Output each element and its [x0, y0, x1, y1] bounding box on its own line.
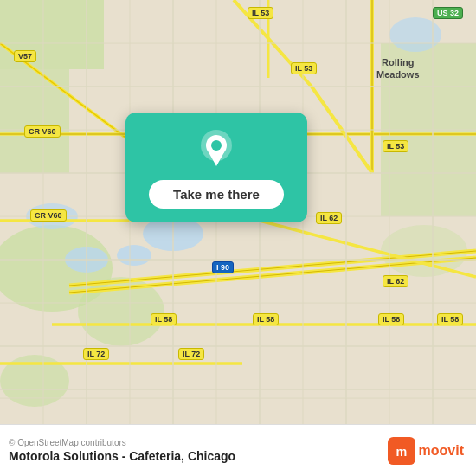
- location-name: Motorola Solutions - Cafeteria, Chicago: [9, 449, 235, 463]
- road-badge-us32: US 32: [433, 7, 463, 19]
- road-badge-crv60-top: CR V60: [24, 125, 61, 138]
- road-badge-il72-left: IL 72: [83, 348, 109, 360]
- road-badge-i90: I 90: [212, 261, 234, 273]
- road-badge-il62-right: IL 62: [383, 275, 408, 287]
- svg-point-10: [117, 245, 151, 266]
- svg-point-52: [211, 140, 222, 151]
- moovit-logo: m moovit: [388, 437, 464, 465]
- road-badge-il53-right: IL 53: [383, 140, 408, 152]
- rolling-meadows-label: RollingMeadows: [376, 56, 420, 81]
- moovit-icon: m: [388, 437, 415, 465]
- moovit-label: moovit: [419, 443, 464, 459]
- road-badge-il53-mid: IL 53: [291, 62, 317, 74]
- take-me-there-button[interactable]: Take me there: [149, 180, 284, 209]
- road-badge-il58-right: IL 58: [378, 313, 404, 325]
- take-me-there-card: Take me there: [125, 113, 307, 222]
- road-badge-il58-left: IL 58: [151, 313, 177, 325]
- road-badge-v57: V57: [14, 50, 36, 62]
- pin-icon: [195, 128, 238, 171]
- road-badge-il72-mid: IL 72: [178, 348, 204, 360]
- road-badge-il58-far: IL 58: [437, 313, 463, 325]
- svg-point-12: [389, 17, 441, 52]
- bottom-left-info: © OpenStreetMap contributors Motorola So…: [9, 438, 235, 463]
- road-badge-il58-mid: IL 58: [253, 313, 279, 325]
- road-badge-il53-top: IL 53: [248, 7, 273, 19]
- bottom-bar: © OpenStreetMap contributors Motorola So…: [0, 424, 476, 476]
- road-badge-il62-mid: IL 62: [316, 212, 342, 224]
- svg-rect-2: [0, 69, 69, 173]
- svg-text:m: m: [396, 445, 407, 459]
- copyright-text: © OpenStreetMap contributors: [9, 438, 235, 447]
- map-container: V57 CR V60 CR V60 IL 53 IL 53 IL 53 US 3…: [0, 0, 476, 424]
- road-badge-crv60-bot: CR V60: [30, 209, 67, 222]
